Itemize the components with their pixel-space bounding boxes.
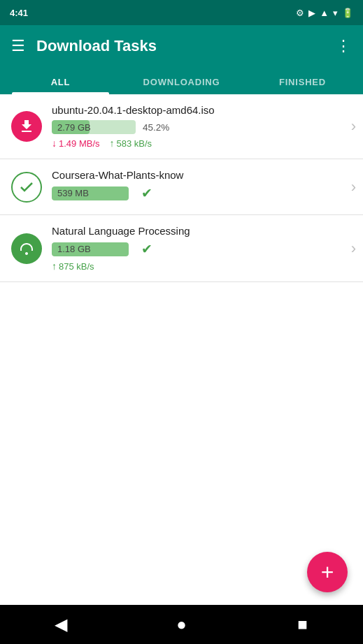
progress-row: 1.18 GB ✔: [52, 241, 347, 257]
battery-icon: 🔋: [342, 8, 353, 18]
item-name: Coursera-What-Plants-know: [52, 169, 347, 181]
recent-button[interactable]: ■: [289, 610, 317, 638]
tab-finished[interactable]: FINISHED: [242, 67, 363, 94]
item-body: Natural Language Processing 1.18 GB ✔ ↑ …: [52, 225, 347, 272]
progress-size-label: 539 MB: [52, 188, 94, 198]
speed-row: ↓ 1.49 MB/s ↑ 583 kB/s: [52, 138, 347, 149]
signal-icon: ▲: [320, 8, 329, 18]
status-icons: ⚙ ▶ ▲ ▾ 🔋: [296, 8, 353, 18]
progress-bar: 2.79 GB: [52, 120, 136, 134]
app-bar-left: ☰ Download Tasks: [11, 37, 157, 55]
item-body: ubuntu-20.04.1-desktop-amd64.iso 2.79 GB…: [52, 104, 347, 149]
tabs-container: ALL DOWNLOADING FINISHED: [0, 67, 363, 94]
speed-up: ↑ 875 kB/s: [52, 261, 94, 272]
arrow-up-icon: ↑: [52, 261, 57, 272]
progress-row: 2.79 GB 45.2%: [52, 120, 347, 134]
bottom-navigation: ◀ ● ■: [0, 605, 363, 644]
chevron-right-icon: ›: [351, 178, 356, 196]
wifi-icon: ▾: [333, 8, 338, 18]
arrow-down-icon: ↓: [52, 138, 57, 149]
download-list: ubuntu-20.04.1-desktop-amd64.iso 2.79 GB…: [0, 94, 363, 282]
progress-percent-label: 45.2%: [143, 122, 169, 133]
list-item[interactable]: Coursera-What-Plants-know 539 MB ✔ ›: [0, 159, 363, 215]
play-status-icon: ▶: [308, 8, 315, 18]
chevron-right-icon: ›: [351, 240, 356, 258]
progress-bar: 539 MB: [52, 186, 129, 200]
speed-down: ↓ 1.49 MB/s: [52, 138, 100, 149]
home-button[interactable]: ●: [168, 610, 196, 638]
list-item[interactable]: ubuntu-20.04.1-desktop-amd64.iso 2.79 GB…: [0, 94, 363, 159]
progress-bar: 1.18 GB: [52, 242, 129, 256]
add-icon: +: [321, 561, 334, 583]
item-name: Natural Language Processing: [52, 225, 347, 237]
add-download-button[interactable]: +: [307, 552, 348, 592]
chevron-right-icon: ›: [351, 117, 356, 136]
settings-status-icon: ⚙: [296, 8, 304, 18]
tab-all[interactable]: ALL: [0, 67, 121, 94]
download-icon: [11, 111, 42, 142]
progress-row: 539 MB ✔: [52, 185, 347, 201]
page-title: Download Tasks: [36, 37, 157, 55]
speed-row: ↑ 875 kB/s: [52, 261, 347, 272]
done-check-icon: ✔: [141, 185, 152, 201]
back-button[interactable]: ◀: [47, 610, 75, 638]
done-check-icon: ✔: [141, 241, 152, 257]
app-bar: ☰ Download Tasks ⋮: [0, 25, 363, 67]
progress-size-label: 2.79 GB: [52, 122, 97, 133]
status-time: 4:41: [10, 8, 28, 18]
item-name: ubuntu-20.04.1-desktop-amd64.iso: [52, 104, 347, 116]
list-item[interactable]: Natural Language Processing 1.18 GB ✔ ↑ …: [0, 215, 363, 282]
menu-button[interactable]: ☰: [11, 37, 25, 55]
check-circle-icon: [11, 172, 42, 203]
arrow-up-icon: ↑: [110, 138, 115, 149]
tab-downloading[interactable]: DOWNLOADING: [121, 67, 242, 94]
status-bar: 4:41 ⚙ ▶ ▲ ▾ 🔋: [0, 0, 363, 25]
more-options-button[interactable]: ⋮: [336, 37, 352, 55]
progress-size-label: 1.18 GB: [52, 244, 97, 254]
speed-up: ↑ 583 kB/s: [110, 138, 152, 149]
item-body: Coursera-What-Plants-know 539 MB ✔: [52, 169, 347, 205]
seed-icon: [11, 233, 42, 264]
